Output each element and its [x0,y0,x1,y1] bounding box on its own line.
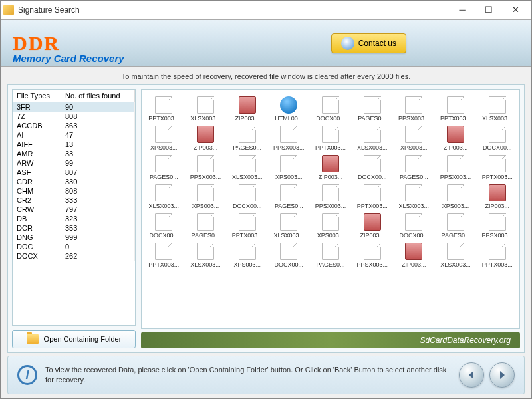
file-item[interactable]: XLSX003... [227,154,267,182]
table-row[interactable]: DB323 [13,214,135,223]
window-title: Signature Search [18,5,449,15]
col-files-found[interactable]: No. of files found [61,90,135,102]
file-item[interactable]: PAGES0... [394,154,434,182]
file-item[interactable]: XLSX003... [269,212,309,240]
file-item[interactable]: PPSX003... [394,95,434,123]
file-item[interactable]: DOCX00... [477,124,517,152]
file-item[interactable]: ZIP003... [477,183,517,211]
file-item[interactable]: PPTX003... [144,241,184,269]
app-window: Signature Search ─ ☐ ✕ DDR Memory Card R… [0,0,532,399]
file-item[interactable]: XPS003... [144,124,184,152]
file-item[interactable]: ZIP003... [186,124,225,152]
file-name: PPTX003... [482,174,513,180]
file-item[interactable]: DOCX00... [227,183,267,211]
table-row[interactable]: DNG999 [13,233,135,242]
file-item[interactable]: DOCX00... [352,154,392,182]
file-item[interactable]: HTML00... [269,95,309,123]
maximize-button[interactable]: ☐ [475,2,502,18]
brand-bar: SdCardDataRecovery.org [141,332,520,348]
file-item[interactable]: ZIP003... [436,124,475,152]
file-item[interactable]: PPSX003... [311,183,350,211]
file-item[interactable]: PAGES0... [227,124,267,152]
col-file-types[interactable]: File Types [13,90,61,102]
file-item[interactable]: DOCX00... [269,241,309,269]
file-item[interactable]: PPTX003... [477,154,517,182]
file-icon [280,213,297,231]
file-item[interactable]: PPTX003... [436,95,475,123]
file-item[interactable]: XLSX003... [477,95,517,123]
file-item[interactable]: XPS003... [311,212,350,240]
file-icon [322,184,339,201]
file-name: DOCX00... [233,203,262,209]
file-item[interactable]: PAGES0... [311,241,350,269]
file-item[interactable]: XLSX003... [144,183,184,211]
table-row[interactable]: DCR353 [13,223,135,233]
file-icon [239,96,256,114]
file-icon [364,213,381,231]
table-row[interactable]: ACCDB363 [13,121,135,130]
file-item[interactable]: PAGES0... [269,183,309,211]
file-item[interactable]: PPSX003... [477,212,517,240]
file-icon [197,243,214,260]
file-item[interactable]: PAGES0... [186,212,225,240]
contact-button[interactable]: Contact us [331,33,406,53]
table-row[interactable]: ARW99 [13,158,135,168]
file-icon [364,96,381,114]
file-name: PAGES0... [150,174,178,180]
minimize-button[interactable]: ─ [449,2,475,18]
table-row[interactable]: ASF807 [13,168,135,177]
table-row[interactable]: AMR33 [13,149,135,158]
file-item[interactable]: ZIP003... [352,212,392,240]
file-icon [280,184,297,201]
table-row[interactable]: DOCX262 [13,251,135,261]
file-item[interactable]: PPTX003... [144,95,184,123]
file-item[interactable]: ZIP003... [394,241,434,269]
file-item[interactable]: PPTX003... [477,241,517,269]
table-row[interactable]: DOC0 [13,242,135,251]
file-item[interactable]: PPSX003... [269,124,309,152]
table-row[interactable]: CR2333 [13,196,135,205]
file-item[interactable]: PPSX003... [436,154,475,182]
close-button[interactable]: ✕ [502,2,529,18]
file-item[interactable]: XPS003... [186,183,225,211]
table-scroll[interactable]: File Types No. of files found 3FR907Z808… [13,90,135,325]
file-item[interactable]: XLSX003... [352,124,392,152]
file-item[interactable]: PPTX003... [352,183,392,211]
file-name: XLSX003... [357,144,388,151]
file-icon [239,184,256,201]
file-item[interactable]: PPTX003... [311,124,350,152]
file-grid-panel[interactable]: PPTX003...XLSX003...ZIP003...HTML00...DO… [141,89,520,329]
table-row[interactable]: CHM808 [13,186,135,196]
file-item[interactable]: PPTX003... [227,212,267,240]
file-item[interactable]: DOCX00... [144,212,184,240]
file-item[interactable]: XLSX003... [186,95,225,123]
table-row[interactable]: 7Z808 [13,112,135,121]
open-containing-folder-button[interactable]: Open Containing Folder [12,330,136,348]
file-item[interactable]: ZIP003... [227,95,267,123]
table-row[interactable]: AIFF13 [13,140,135,149]
file-icon [364,155,381,172]
file-item[interactable]: XPS003... [436,183,475,211]
file-item[interactable]: PAGES0... [352,95,392,123]
file-item[interactable]: DOCX00... [394,212,434,240]
file-item[interactable]: DOCX00... [311,95,350,123]
table-row[interactable]: AI47 [13,130,135,140]
file-item[interactable]: XPS003... [269,154,309,182]
file-icon [322,155,339,172]
back-button[interactable] [459,362,484,388]
file-item[interactable]: PPSX003... [186,154,225,182]
file-item[interactable]: PAGES0... [144,154,184,182]
table-row[interactable]: 3FR90 [13,102,135,112]
file-item[interactable]: PPSX003... [352,241,392,269]
file-item[interactable]: PAGES0... [436,212,475,240]
file-icon [280,155,297,172]
file-item[interactable]: XLSX003... [436,241,475,269]
table-row[interactable]: CRW797 [13,205,135,214]
table-row[interactable]: CDR330 [13,177,135,186]
forward-button[interactable] [489,362,515,388]
file-item[interactable]: XLSX003... [186,241,225,269]
file-item[interactable]: XPS003... [227,241,267,269]
file-item[interactable]: XPS003... [394,124,434,152]
file-item[interactable]: ZIP003... [311,154,350,182]
file-item[interactable]: XLSX003... [394,183,434,211]
